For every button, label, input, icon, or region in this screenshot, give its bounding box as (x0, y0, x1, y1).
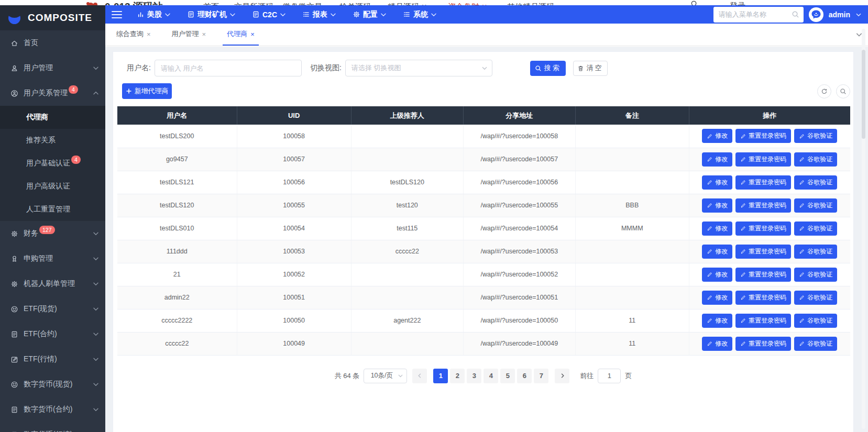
google-auth-button[interactable]: 谷歌验证 (794, 221, 837, 236)
background-site-name: 0-013 源码站 (105, 0, 163, 5)
tab-user-management[interactable]: 用户管理× (168, 24, 211, 46)
reset-password-button[interactable]: 重置登录密码 (735, 129, 791, 143)
navbar-menu-config[interactable]: 配置 (353, 10, 387, 19)
edit-button[interactable]: 修改 (702, 268, 732, 282)
sidebar-item-user-management[interactable]: 用户管理 (0, 56, 105, 81)
sidebar-item-crypto-contract[interactable]: 数字货币(合约) (0, 397, 105, 422)
page-size-select[interactable]: 10条/页 (364, 369, 407, 383)
goto-page-input[interactable] (598, 369, 621, 383)
edit-button[interactable]: 修改 (702, 175, 732, 190)
reset-password-button[interactable]: 重置登录密码 (735, 314, 791, 328)
google-auth-button[interactable]: 谷歌验证 (794, 198, 837, 213)
column-search-button[interactable] (836, 84, 850, 98)
edit-button[interactable]: 修改 (702, 245, 732, 259)
background-search-icon[interactable] (690, 0, 698, 5)
refresh-button[interactable] (817, 84, 831, 98)
page-button-1[interactable]: 1 (433, 369, 448, 383)
sidebar-item-home[interactable]: 首页 (0, 30, 105, 56)
edit-button[interactable]: 修改 (702, 337, 732, 351)
sidebar-item-crypto-spot[interactable]: 数字货币(现货) (0, 372, 105, 397)
google-auth-button[interactable]: 谷歌验证 (794, 337, 837, 351)
navbar-menu-system[interactable]: 系统 (403, 10, 437, 19)
gear-icon (10, 230, 18, 238)
sidebar-item-subscription-management[interactable]: 申购管理 (0, 246, 105, 271)
username[interactable]: admin (829, 10, 850, 19)
sidebar-item-etf-contract[interactable]: ETF(合约) (0, 322, 105, 347)
reset-password-button[interactable]: 重置登录密码 (735, 291, 791, 305)
background-login-link[interactable]: 登录 (730, 1, 745, 5)
close-icon[interactable]: × (147, 30, 151, 38)
reset-password-button[interactable]: 重置登录密码 (735, 198, 791, 213)
edit-button[interactable]: 修改 (702, 129, 732, 143)
prev-page-button[interactable] (412, 369, 427, 383)
close-icon[interactable]: × (250, 30, 255, 38)
menu-search-input[interactable] (713, 7, 804, 23)
reset-password-button[interactable]: 重置登录密码 (735, 221, 791, 236)
sidebar-item-etf-market[interactable]: ETF(行情) (0, 347, 105, 372)
edit-button[interactable]: 修改 (702, 291, 732, 305)
edit-button[interactable]: 修改 (702, 221, 732, 236)
navbar-menu-report[interactable]: 报表 (302, 10, 336, 19)
avatar[interactable] (809, 7, 823, 22)
sidebar-item-etf-spot[interactable]: ETF(现货) (0, 296, 105, 322)
edit-button[interactable]: 修改 (702, 314, 732, 328)
tab-combined-query[interactable]: 综合查询× (112, 24, 155, 46)
reset-password-button[interactable]: 重置登录密码 (735, 152, 791, 167)
background-nav-link[interactable]: 抢单源码 (339, 2, 371, 5)
navbar-menu-c2c[interactable]: C2C (252, 10, 286, 19)
navbar-menu-wealth-miner[interactable]: 理财矿机 (187, 10, 236, 19)
page-button-4[interactable]: 4 (484, 369, 498, 383)
table-toolbar: 新增代理商 (122, 83, 850, 99)
google-auth-button[interactable]: 谷歌验证 (794, 152, 837, 167)
sidebar-subitem-manual-reset-management[interactable]: 人工重置管理 (0, 198, 105, 221)
reset-password-button[interactable]: 重置登录密码 (735, 175, 791, 190)
page-button-3[interactable]: 3 (467, 369, 481, 383)
search-button[interactable]: 搜索 (530, 61, 566, 76)
sidebar-subitem-agent[interactable]: 代理商 (0, 106, 105, 129)
next-page-button[interactable] (555, 369, 569, 383)
page-scrollbar (862, 29, 865, 429)
google-auth-button[interactable]: 谷歌验证 (794, 129, 837, 143)
sidebar-item-user-relation-management[interactable]: 用户关系管理4 (0, 81, 105, 106)
switch-view-select[interactable]: 请选择 切换视图 (345, 60, 492, 76)
page-button-2[interactable]: 2 (450, 369, 465, 383)
background-nav-link[interactable]: 微盘微交易 (283, 2, 322, 5)
close-icon[interactable]: × (202, 30, 206, 38)
sidebar-item-finance[interactable]: 财务127 (0, 221, 105, 246)
chevron-down-icon (398, 373, 403, 379)
sidebar-subitem-recommend-relation[interactable]: 推荐关系 (0, 129, 105, 152)
reset-password-button[interactable]: 重置登录密码 (735, 245, 791, 259)
page-button-7[interactable]: 7 (534, 369, 548, 383)
page-button-6[interactable]: 6 (517, 369, 532, 383)
google-auth-button[interactable]: 谷歌验证 (794, 245, 837, 259)
google-auth-button[interactable]: 谷歌验证 (794, 175, 837, 190)
page-button-5[interactable]: 5 (500, 369, 515, 383)
google-auth-button[interactable]: 谷歌验证 (794, 268, 837, 282)
background-nav-link[interactable]: 资金盘财 ∨ (448, 2, 487, 5)
add-agent-button[interactable]: 新增代理商 (122, 83, 172, 99)
background-nav-link[interactable]: 交易所源码 (234, 2, 273, 5)
background-nav-link[interactable]: 首页 (203, 2, 219, 5)
edit-button[interactable]: 修改 (702, 152, 732, 167)
navbar-menu-us-stock[interactable]: 美股 (137, 10, 171, 19)
reset-password-button[interactable]: 重置登录密码 (735, 268, 791, 282)
username-input[interactable] (155, 60, 302, 76)
hamburger-icon[interactable] (112, 11, 122, 18)
sidebar-subitem-user-basic-auth[interactable]: 用户基础认证4 (0, 152, 105, 175)
clear-button[interactable]: 清空 (573, 61, 608, 76)
tab-agent[interactable]: 代理商× (223, 24, 259, 46)
user-chevron-down-icon[interactable] (855, 12, 862, 18)
sidebar-subitem-user-advanced-auth[interactable]: 用户高级认证 (0, 175, 105, 198)
google-auth-button[interactable]: 谷歌验证 (794, 314, 837, 328)
reset-password-button[interactable]: 重置登录密码 (735, 337, 791, 351)
edit-button[interactable]: 修改 (702, 198, 732, 213)
google-auth-button[interactable]: 谷歌验证 (794, 291, 837, 305)
background-nav-link[interactable]: 精品源码 ∨ (388, 2, 427, 5)
background-nav-link[interactable]: 其他精品源码 (507, 2, 554, 5)
scrollbar-thumb[interactable] (862, 50, 865, 139)
cell-username: testDLS200 (117, 125, 237, 148)
sidebar-item-crypto-market[interactable]: 数字货币(行情) (0, 422, 105, 432)
sidebar-item-robot-order-management[interactable]: 机器人刷单管理 (0, 271, 105, 296)
cell-username: testDLS121 (117, 171, 237, 194)
search-icon[interactable] (792, 10, 799, 18)
